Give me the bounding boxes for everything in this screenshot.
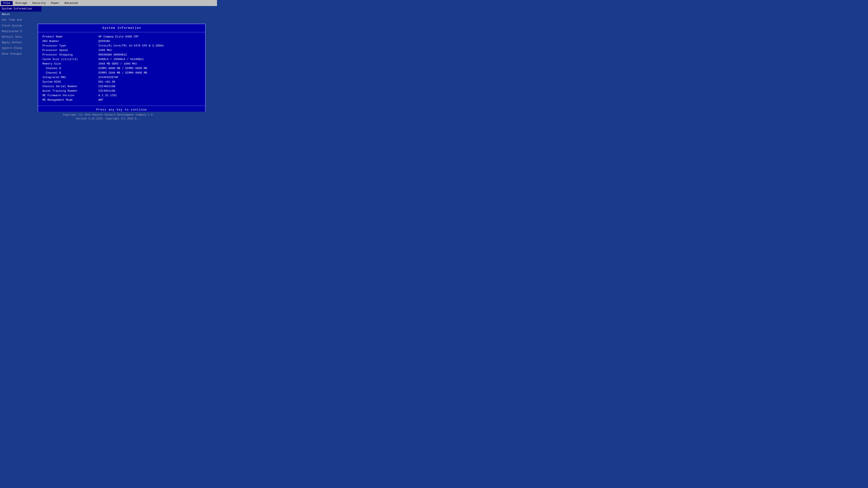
info-value: 8.1.31.1351 — [98, 94, 201, 97]
info-value: AMT — [98, 98, 201, 102]
info-value: K01 v02.99 — [98, 80, 201, 84]
info-value: CZC405116W — [98, 89, 201, 93]
info-row: Cache Size (L1/L2/L3)64KBx4 / 256KBx4 / … — [42, 57, 201, 62]
info-value: 2048 MB DDR3 / 1600 MHz — [98, 62, 201, 65]
top-menu-bar: File Storage Security Power Advanced — [0, 0, 217, 6]
sidebar-item-set-time[interactable]: Set Time and — [0, 17, 41, 23]
info-value: 64KBx4 / 256KBx4 / 6144KBx1 — [98, 58, 201, 61]
menu-item-advanced[interactable]: Advanced — [62, 1, 80, 5]
info-label: Integrated MAC — [42, 76, 98, 79]
bottom-bar: Copyright (C) 2013 Hewlett-Packard Devel… — [0, 112, 217, 122]
info-label: Processor Stepping — [42, 53, 98, 56]
modal-content: Product NameHP Compaq Elite 8300 CMTSKU … — [38, 32, 205, 104]
info-label: SKU Number — [42, 40, 98, 43]
info-value: 000306A9 00000012 — [98, 53, 201, 56]
info-row: Product NameHP Compaq Elite 8300 CMT — [42, 34, 201, 39]
sidebar-item-system-information[interactable]: System Information — [0, 6, 41, 11]
info-label: Channel A — [42, 67, 98, 70]
info-row: Processor TypeIntel(R) Core(TM) i5-3470 … — [42, 43, 201, 48]
info-row: Channel BDIMM3 2048 MB / DIMM4 0000 MB — [42, 71, 201, 75]
info-row: Processor Speed3200 MHz — [42, 48, 201, 53]
info-value: HP Compaq Elite 8300 CMT — [98, 35, 201, 38]
info-row: Asset Tracking NumberCZC405116W — [42, 89, 201, 93]
copyright-line1: Copyright (C) 2013 Hewlett-Packard Devel… — [0, 113, 217, 117]
info-label: Memory Size — [42, 62, 98, 65]
sidebar-item-save-changes[interactable]: Save Changes — [0, 51, 41, 57]
info-label: System BIOS — [42, 80, 98, 84]
info-label: Asset Tracking Number — [42, 89, 98, 93]
modal-title: System Information — [38, 24, 205, 32]
sidebar-item-apply-default[interactable]: Apply Defaul — [0, 40, 41, 45]
sidebar-item-ignore-changes[interactable]: Ignore Chang — [0, 45, 41, 51]
info-value: 3200 MHz — [98, 48, 201, 52]
menu-item-storage[interactable]: Storage — [13, 1, 30, 5]
info-value: Intel(R) Core(TM) i5-3470 CPU @ 3.20GHz — [98, 44, 201, 47]
info-row: ME Firmware Version8.1.31.1351 — [42, 93, 201, 98]
info-label: Channel B — [42, 71, 98, 74]
info-row: Processor Stepping000306A9 00000012 — [42, 53, 201, 57]
info-label: Chassis Serial Number — [42, 85, 98, 88]
info-value: CZC405116W — [98, 85, 201, 88]
menu-item-file[interactable]: File — [1, 1, 13, 5]
info-row: Channel ADIMM1 0000 MB / DIMM2 0000 MB — [42, 66, 201, 71]
menu-item-power[interactable]: Power — [48, 1, 62, 5]
system-info-modal: System Information Product NameHP Compaq… — [38, 24, 206, 114]
info-label: ME Management Mode — [42, 98, 98, 102]
info-row: ME Management ModeAMT — [42, 98, 201, 102]
info-value: DIMM1 0000 MB / DIMM2 0000 MB — [98, 67, 201, 70]
sidebar-item-flash-system[interactable]: Flash System — [0, 23, 41, 29]
info-label: Cache Size (L1/L2/L3) — [42, 58, 98, 61]
info-value: 2C44FD32D7AF — [98, 76, 201, 79]
info-label: Processor Speed — [42, 48, 98, 52]
copyright-line2: Version 2.15.1229. Copyright (C) 2012 A.… — [0, 117, 217, 121]
sidebar-item-replicated[interactable]: Replicated S — [0, 29, 41, 34]
info-row: SKU NumberQV993AV — [42, 39, 201, 43]
sidebar: System Information About Set Time and Fl… — [0, 6, 41, 57]
info-row: Memory Size2048 MB DDR3 / 1600 MHz — [42, 62, 201, 66]
info-label: Processor Type — [42, 44, 98, 47]
menu-item-security[interactable]: Security — [30, 1, 48, 5]
info-label: ME Firmware Version — [42, 94, 98, 97]
sidebar-item-default-setup[interactable]: Default Setu — [0, 34, 41, 40]
sidebar-item-about[interactable]: About — [0, 11, 41, 17]
info-row: System BIOSK01 v02.99 — [42, 79, 201, 84]
info-row: Chassis Serial NumberCZC405116W — [42, 84, 201, 89]
info-label: Product Name — [42, 35, 98, 38]
info-value: QV993AV — [98, 40, 201, 43]
info-row: Integrated MAC2C44FD32D7AF — [42, 75, 201, 79]
info-value: DIMM3 2048 MB / DIMM4 0000 MB — [98, 71, 201, 74]
